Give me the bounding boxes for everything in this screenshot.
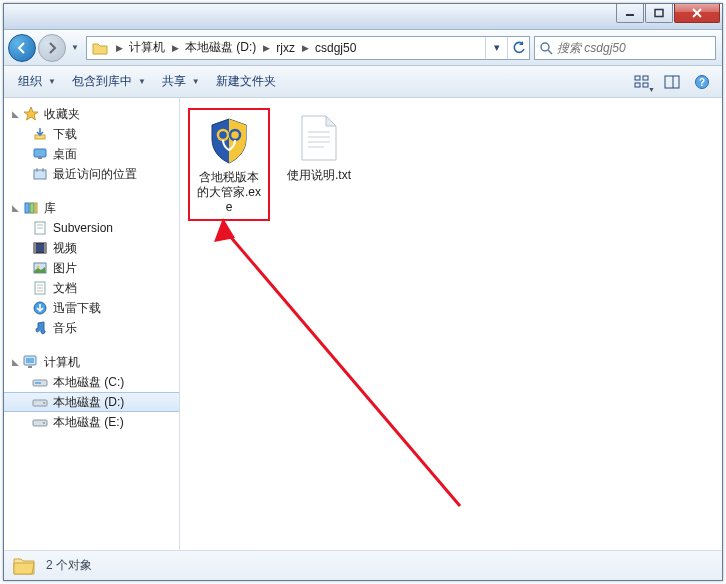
search-icon [539, 41, 553, 55]
computer-header[interactable]: ◣ 计算机 [4, 352, 179, 372]
txt-file-icon [295, 114, 343, 162]
collapse-icon[interactable]: ◣ [12, 203, 18, 213]
status-bar: 2 个对象 [4, 550, 722, 580]
sidebar-item-subversion[interactable]: Subversion [4, 218, 179, 238]
forward-button[interactable] [38, 34, 66, 62]
address-bar[interactable]: ▶ 计算机 ▶ 本地磁盘 (D:) ▶ rjxz ▶ csdgj50 ▾ [86, 36, 530, 60]
tree-label: 文档 [53, 280, 77, 297]
star-icon [23, 106, 39, 122]
chevron-right-icon[interactable]: ▶ [113, 43, 125, 53]
file-name: 含地税版本的大管家.exe [194, 170, 264, 215]
share-button[interactable]: 共享▼ [154, 69, 208, 94]
folder-icon [90, 38, 110, 58]
sidebar-item-drive-d[interactable]: 本地磁盘 (D:) [4, 392, 179, 412]
svg-line-49 [223, 228, 460, 506]
desktop-icon [32, 146, 48, 162]
tree-label: 本地磁盘 (D:) [53, 394, 124, 411]
svg-marker-50 [214, 218, 235, 242]
download-icon [32, 300, 48, 316]
tree-label: 视频 [53, 240, 77, 257]
breadcrumb[interactable]: csdgj50 [311, 37, 360, 59]
organize-button[interactable]: 组织▼ [10, 69, 64, 94]
svg-rect-6 [635, 76, 640, 80]
explorer-body: ◣ 收藏夹 下载 桌面 最近访问的位置 [4, 98, 722, 550]
new-folder-button[interactable]: 新建文件夹 [208, 69, 284, 94]
minimize-button[interactable] [616, 4, 644, 23]
svg-point-40 [43, 402, 45, 404]
history-dropdown[interactable]: ▼ [68, 43, 82, 52]
file-item[interactable]: 使用说明.txt [278, 108, 360, 187]
svg-point-4 [541, 43, 549, 51]
sidebar-item-pictures[interactable]: 图片 [4, 258, 179, 278]
sidebar-item-videos[interactable]: 视频 [4, 238, 179, 258]
libraries-header[interactable]: ◣ 库 [4, 198, 179, 218]
window-controls [615, 4, 720, 23]
search-box[interactable] [534, 36, 716, 60]
chevron-right-icon[interactable]: ▶ [299, 43, 311, 53]
svg-rect-15 [34, 149, 46, 157]
preview-pane-button[interactable] [658, 70, 686, 94]
svg-rect-16 [38, 157, 42, 159]
breadcrumb[interactable]: 计算机 [125, 37, 169, 59]
explorer-window: ▼ ▶ 计算机 ▶ 本地磁盘 (D:) ▶ rjxz ▶ csdgj50 ▾ [3, 3, 723, 581]
chevron-right-icon[interactable]: ▶ [169, 43, 181, 53]
breadcrumb[interactable]: rjxz [272, 37, 299, 59]
svg-rect-25 [34, 243, 36, 253]
sidebar-item-drive-c[interactable]: 本地磁盘 (C:) [4, 372, 179, 392]
maximize-button[interactable] [645, 4, 673, 23]
shield-exe-icon [205, 116, 253, 164]
doc-icon [32, 220, 48, 236]
favorites-header[interactable]: ◣ 收藏夹 [4, 104, 179, 124]
downloads-icon [32, 126, 48, 142]
address-dropdown[interactable]: ▾ [485, 37, 507, 59]
navigation-bar: ▼ ▶ 计算机 ▶ 本地磁盘 (D:) ▶ rjxz ▶ csdgj50 ▾ [4, 30, 722, 66]
tree-label: 桌面 [53, 146, 77, 163]
collapse-icon[interactable]: ◣ [12, 109, 18, 119]
back-button[interactable] [8, 34, 36, 62]
refresh-button[interactable] [507, 37, 529, 59]
sidebar-item-music[interactable]: 音乐 [4, 318, 179, 338]
recent-icon [32, 166, 48, 182]
svg-rect-10 [665, 76, 679, 88]
svg-line-5 [548, 50, 552, 54]
svg-rect-8 [635, 83, 640, 87]
libraries-icon [23, 200, 39, 216]
tree-label: 迅雷下载 [53, 300, 101, 317]
sidebar-item-recent[interactable]: 最近访问的位置 [4, 164, 179, 184]
tree-label: 本地磁盘 (E:) [53, 414, 124, 431]
sidebar-item-documents[interactable]: 文档 [4, 278, 179, 298]
status-text: 2 个对象 [46, 557, 92, 574]
sidebar-item-xunlei[interactable]: 迅雷下载 [4, 298, 179, 318]
breadcrumb[interactable]: 本地磁盘 (D:) [181, 37, 260, 59]
svg-rect-20 [35, 203, 37, 213]
include-in-library-button[interactable]: 包含到库中▼ [64, 69, 154, 94]
tree-label: 下载 [53, 126, 77, 143]
collapse-icon[interactable]: ◣ [12, 357, 18, 367]
view-options-button[interactable]: ▼ [628, 70, 656, 94]
chevron-right-icon[interactable]: ▶ [260, 43, 272, 53]
file-list-pane[interactable]: 含地税版本的大管家.exe 使用说明.txt [180, 98, 722, 550]
computer-icon [23, 354, 39, 370]
search-input[interactable] [557, 41, 715, 55]
titlebar [4, 4, 722, 30]
svg-rect-36 [28, 366, 32, 368]
file-item[interactable]: 含地税版本的大管家.exe [188, 108, 270, 221]
tree-label: 计算机 [44, 354, 80, 371]
svg-rect-26 [44, 243, 46, 253]
close-button[interactable] [674, 4, 720, 23]
pictures-icon [32, 260, 48, 276]
navigation-pane[interactable]: ◣ 收藏夹 下载 桌面 最近访问的位置 [4, 98, 180, 550]
svg-text:?: ? [699, 77, 705, 88]
help-button[interactable]: ? [688, 70, 716, 94]
drive-icon [32, 414, 48, 430]
svg-rect-1 [655, 10, 663, 17]
drive-icon [32, 374, 48, 390]
video-icon [32, 240, 48, 256]
tree-label: 最近访问的位置 [53, 166, 137, 183]
sidebar-item-drive-e[interactable]: 本地磁盘 (E:) [4, 412, 179, 432]
sidebar-item-downloads[interactable]: 下载 [4, 124, 179, 144]
music-icon [32, 320, 48, 336]
sidebar-item-desktop[interactable]: 桌面 [4, 144, 179, 164]
svg-point-42 [43, 422, 45, 424]
file-name: 使用说明.txt [282, 168, 356, 183]
